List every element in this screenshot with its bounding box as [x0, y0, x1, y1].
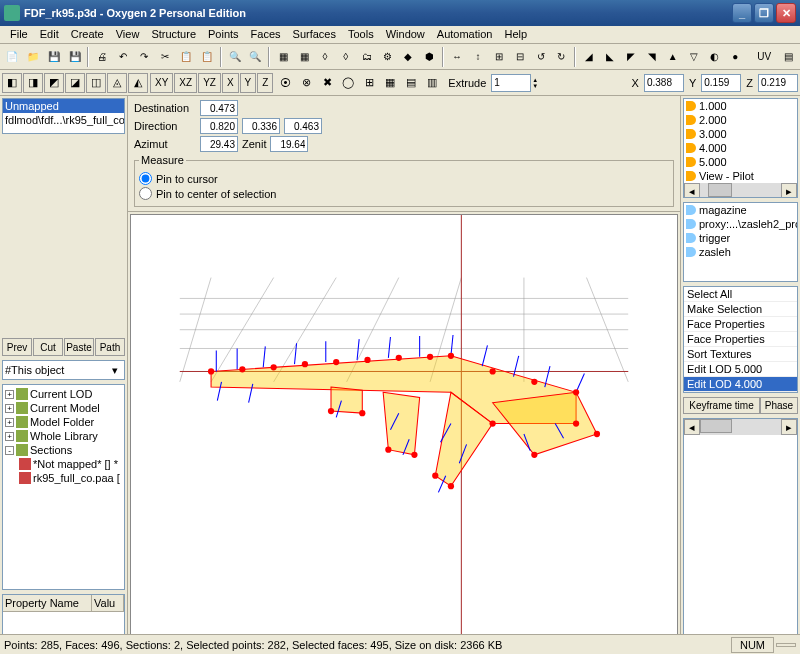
tree-node-label[interactable]: Model Folder: [30, 416, 94, 428]
tool-button[interactable]: ◭: [128, 73, 148, 93]
toolbar-button[interactable]: ◤: [621, 46, 641, 68]
view-z-button[interactable]: Z: [257, 73, 273, 93]
tree-expand-icon[interactable]: +: [5, 432, 14, 441]
cut-button[interactable]: Cut: [33, 338, 63, 356]
lod-list[interactable]: 1.0002.0003.0004.0005.000View - Pilot◂▸: [683, 98, 798, 198]
tool-button[interactable]: ◯: [338, 73, 358, 93]
command-item[interactable]: Edit LOD 4.000: [684, 377, 797, 392]
toolbar-button[interactable]: ⬢: [419, 46, 439, 68]
toolbar-button[interactable]: ↶: [113, 46, 133, 68]
menu-edit[interactable]: Edit: [34, 28, 65, 41]
command-item[interactable]: Make Selection: [684, 302, 797, 317]
tree-expand-icon[interactable]: +: [5, 418, 14, 427]
prev-button[interactable]: Prev: [2, 338, 32, 356]
library-tree[interactable]: +Current LOD+Current Model+Model Folder+…: [2, 384, 125, 590]
menu-automation[interactable]: Automation: [431, 28, 499, 41]
selection-item-label[interactable]: zasleh: [699, 246, 731, 258]
pin-center-radio[interactable]: [139, 187, 152, 200]
toolbar-button[interactable]: 📄: [2, 46, 22, 68]
tool-button[interactable]: ◫: [86, 73, 106, 93]
maximize-button[interactable]: ❐: [754, 3, 774, 23]
direction-y-input[interactable]: [242, 118, 280, 134]
minimize-button[interactable]: _: [732, 3, 752, 23]
toolbar-button[interactable]: ↕: [468, 46, 488, 68]
lod-item-label[interactable]: 4.000: [699, 142, 727, 154]
scroll-right-button[interactable]: ▸: [781, 419, 797, 435]
extrude-spinner[interactable]: ▲▼: [532, 77, 538, 89]
menu-points[interactable]: Points: [202, 28, 245, 41]
direction-z-input[interactable]: [284, 118, 322, 134]
toolbar-button[interactable]: ◥: [642, 46, 662, 68]
coord-x-input[interactable]: [644, 74, 684, 92]
toolbar-button[interactable]: 💾: [44, 46, 64, 68]
tool-button[interactable]: ▤: [401, 73, 421, 93]
command-item[interactable]: Sort Textures: [684, 347, 797, 362]
tree-expand-icon[interactable]: +: [5, 390, 14, 399]
tree-node-label[interactable]: Current LOD: [30, 388, 92, 400]
menu-tools[interactable]: Tools: [342, 28, 380, 41]
toolbar-button[interactable]: ⊞: [489, 46, 509, 68]
toolbar-button[interactable]: ▦: [273, 46, 293, 68]
azimut-input[interactable]: [200, 136, 238, 152]
lod-item-label[interactable]: 1.000: [699, 100, 727, 112]
lod-item-label[interactable]: 3.000: [699, 128, 727, 140]
toolbar-button[interactable]: 🖨: [92, 46, 112, 68]
toolbar-button[interactable]: ◣: [600, 46, 620, 68]
toolbar-button[interactable]: 📁: [23, 46, 43, 68]
toolbar-button[interactable]: ↻: [551, 46, 571, 68]
prop-col-value[interactable]: Valu: [92, 595, 124, 611]
selection-list[interactable]: magazineproxy:...\zasleh2_proxy.00trigge…: [683, 202, 798, 282]
coord-z-input[interactable]: [758, 74, 798, 92]
tool-button[interactable]: ⊞: [359, 73, 379, 93]
coord-y-input[interactable]: [701, 74, 741, 92]
toolbar-button[interactable]: ●: [725, 46, 745, 68]
tool-button[interactable]: ▥: [422, 73, 442, 93]
texture-list[interactable]: Unmapped fdlmod\fdf...\rk95_full_co.paa: [2, 98, 125, 134]
scrollbar-horizontal[interactable]: ◂ ▸: [684, 419, 797, 435]
path-button[interactable]: Path: [95, 338, 125, 356]
toolbar-button[interactable]: ↔: [447, 46, 467, 68]
command-list[interactable]: Select AllMake SelectionFace PropertiesF…: [683, 286, 798, 393]
pin-cursor-radio[interactable]: [139, 172, 152, 185]
tool-button[interactable]: ⊗: [296, 73, 316, 93]
menu-window[interactable]: Window: [380, 28, 431, 41]
chevron-down-icon[interactable]: ▾: [108, 364, 122, 377]
menu-surfaces[interactable]: Surfaces: [287, 28, 342, 41]
menu-structure[interactable]: Structure: [145, 28, 202, 41]
keyframe-list[interactable]: ◂ ▸: [683, 418, 798, 654]
toolbar-button[interactable]: ◐: [705, 46, 725, 68]
selection-item-label[interactable]: proxy:...\zasleh2_proxy.00: [699, 218, 798, 230]
texture-header[interactable]: Unmapped: [3, 99, 124, 113]
paste-button[interactable]: Paste: [64, 338, 94, 356]
lod-item-label[interactable]: View - Pilot: [699, 170, 754, 182]
scroll-right-button[interactable]: ▸: [781, 183, 797, 198]
tree-expand-icon[interactable]: +: [5, 404, 14, 413]
keyframe-phase-col[interactable]: Phase: [760, 397, 798, 414]
selection-item-label[interactable]: magazine: [699, 204, 747, 216]
dock-icon[interactable]: ▤: [778, 46, 798, 68]
tool-button[interactable]: ◩: [44, 73, 64, 93]
menu-faces[interactable]: Faces: [245, 28, 287, 41]
toolbar-button[interactable]: ▦: [294, 46, 314, 68]
toolbar-button[interactable]: 📋: [176, 46, 196, 68]
toolbar-button[interactable]: 📋: [197, 46, 217, 68]
toolbar-button[interactable]: ▽: [684, 46, 704, 68]
toolbar-button[interactable]: 🔍: [245, 46, 265, 68]
menu-create[interactable]: Create: [65, 28, 110, 41]
extrude-input[interactable]: [491, 74, 531, 92]
uv-button[interactable]: UV: [752, 46, 776, 68]
toolbar-button[interactable]: 🗂: [357, 46, 377, 68]
menu-file[interactable]: File: [4, 28, 34, 41]
tree-node-label[interactable]: *Not mapped* [] *: [33, 458, 118, 470]
toolbar-button[interactable]: ◢: [579, 46, 599, 68]
tool-button[interactable]: ✖: [317, 73, 337, 93]
tool-button[interactable]: ◬: [107, 73, 127, 93]
scroll-left-button[interactable]: ◂: [684, 419, 700, 435]
toolbar-button[interactable]: 💾: [65, 46, 85, 68]
texture-item[interactable]: fdlmod\fdf...\rk95_full_co.paa: [3, 113, 124, 127]
prop-col-name[interactable]: Property Name: [3, 595, 92, 611]
keyframe-time-col[interactable]: Keyframe time: [683, 397, 760, 414]
toolbar-button[interactable]: ▲: [663, 46, 683, 68]
toolbar-button[interactable]: ◊: [336, 46, 356, 68]
tool-button[interactable]: ◧: [2, 73, 22, 93]
